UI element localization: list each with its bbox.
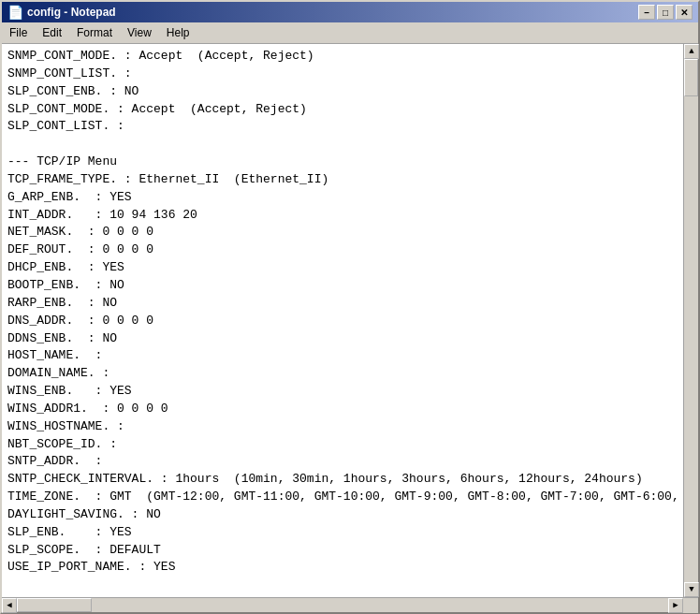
title-bar-buttons: – □ ✕	[638, 5, 693, 20]
title-bar-left: 📄 config - Notepad	[7, 5, 116, 20]
scrollbar-corner	[683, 598, 698, 613]
scroll-down-button[interactable]: ▼	[684, 582, 699, 597]
scroll-thumb-horizontal[interactable]	[17, 598, 92, 612]
horizontal-scrollbar-container: ◀ ▶	[2, 597, 698, 612]
close-button[interactable]: ✕	[676, 5, 693, 20]
menu-help[interactable]: Help	[159, 24, 197, 41]
scroll-up-button[interactable]: ▲	[684, 44, 699, 59]
main-container: SNMP_CONT_MODE. : Accept (Accept, Reject…	[2, 44, 698, 597]
scroll-track-horizontal[interactable]	[17, 598, 668, 612]
menu-format[interactable]: Format	[69, 24, 120, 41]
minimize-button[interactable]: –	[638, 5, 655, 20]
window: 📄 config - Notepad – □ ✕ File Edit Forma…	[0, 0, 700, 614]
vertical-scrollbar: ▲ ▼	[683, 44, 698, 597]
window-title: config - Notepad	[27, 6, 116, 19]
menu-edit[interactable]: Edit	[35, 24, 69, 41]
scroll-track-vertical[interactable]	[684, 59, 698, 582]
scroll-thumb-vertical[interactable]	[684, 59, 698, 96]
title-bar: 📄 config - Notepad – □ ✕	[2, 2, 698, 22]
menu-view[interactable]: View	[120, 24, 159, 41]
text-content[interactable]: SNMP_CONT_MODE. : Accept (Accept, Reject…	[2, 44, 683, 597]
menu-bar: File Edit Format View Help	[2, 22, 698, 44]
notepad-icon: 📄	[7, 5, 23, 20]
menu-file[interactable]: File	[2, 24, 35, 41]
restore-button[interactable]: □	[657, 5, 674, 20]
scroll-right-button[interactable]: ▶	[668, 598, 683, 613]
scroll-left-button[interactable]: ◀	[2, 598, 17, 613]
